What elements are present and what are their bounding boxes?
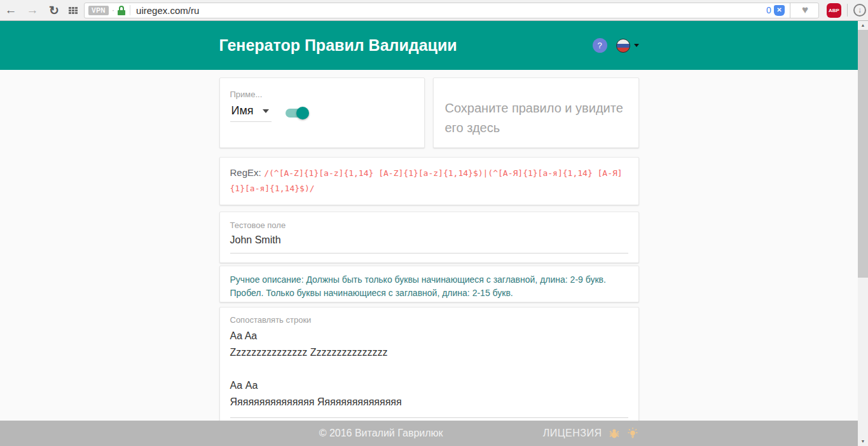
russian-flag-icon — [616, 39, 630, 53]
input-underline — [230, 253, 628, 253]
url-divider — [130, 5, 130, 15]
select-caret-icon — [263, 109, 269, 113]
help-button[interactable]: ? — [593, 38, 607, 53]
scrollbar-thumb[interactable] — [858, 30, 868, 278]
regex-card: RegEx: /(^[A-Z]{1}[a-z]{1,14} [A-Z]{1}[a… — [219, 157, 639, 205]
scroll-down-icon[interactable]: ▼ — [858, 437, 868, 446]
example-card: Приме... Имя — [219, 78, 425, 148]
shield-extension-icon[interactable]: ✕ — [774, 5, 785, 16]
bookmark-heart-icon[interactable]: ♥ — [796, 4, 815, 17]
match-line: Аа Аа — [230, 377, 628, 394]
toolbar-divider — [847, 4, 848, 17]
download-icon[interactable]: ↓ — [853, 4, 866, 17]
example-select-value: Имя — [231, 104, 254, 118]
saved-rules-card: Сохраните правило и увидите его здесь — [433, 78, 639, 148]
page-scrollbar[interactable]: ▲ ▼ — [858, 21, 868, 446]
address-bar[interactable]: VPN · uiregex.com/ru 0 ✕ ♥ — [84, 3, 819, 18]
license-link[interactable]: ЛИЦЕНЗИЯ — [543, 428, 602, 439]
vpn-badge[interactable]: VPN — [88, 6, 109, 15]
main-content: Приме... Имя Сохраните правило и увидите… — [219, 78, 639, 446]
refresh-icon[interactable]: ↻ — [43, 3, 65, 18]
example-toggle[interactable] — [286, 107, 309, 119]
forward-icon[interactable]: → — [22, 3, 43, 17]
back-icon[interactable]: ← — [0, 3, 22, 17]
lightbulb-icon[interactable] — [626, 427, 639, 440]
test-field-input[interactable]: John Smith — [230, 234, 628, 246]
example-select[interactable]: Имя — [230, 104, 272, 122]
regex-label: RegEx: — [230, 167, 261, 178]
language-selector[interactable] — [616, 39, 639, 53]
example-label: Приме... — [230, 90, 414, 99]
test-field-label: Тестовое поле — [230, 220, 628, 230]
scroll-up-icon[interactable]: ▲ — [858, 21, 868, 30]
adblock-plus-icon[interactable]: ABP — [827, 3, 841, 18]
separator-dot: · — [112, 6, 114, 15]
match-line: Яяяяяяяяяяяяяяя Яяяяяяяяяяяяяяя — [230, 394, 628, 410]
manual-description: Ручное описание: Должны быть только букв… — [230, 273, 628, 300]
description-card: Ручное описание: Должны быть только букв… — [219, 266, 639, 302]
bug-icon[interactable] — [608, 427, 621, 440]
app-header: Генератор Правил Валидации ? — [0, 21, 858, 70]
match-line: Aa Aa — [230, 328, 628, 344]
page-body: Генератор Правил Валидации ? Приме... Им… — [0, 21, 858, 446]
secure-lock-icon[interactable] — [118, 6, 125, 15]
match-line — [230, 361, 628, 377]
chevron-down-icon — [634, 44, 639, 47]
textarea-underline — [230, 417, 628, 418]
page-title: Генератор Правил Валидации — [219, 36, 593, 55]
browser-toolbar: ← → ↻ VPN · uiregex.com/ru 0 ✕ ♥ ABP ↓ — [0, 0, 868, 21]
url-text[interactable]: uiregex.com/ru — [136, 5, 766, 16]
match-strings-label: Сопоставлять строки — [230, 315, 628, 325]
match-strings-textarea[interactable]: Aa Aa Zzzzzzzzzzzzzzz Zzzzzzzzzzzzzzz Аа… — [230, 328, 628, 410]
extension-counter: 0 — [766, 5, 771, 15]
regex-value: /(^[A-Z]{1}[a-z]{1,14} [A-Z]{1}[a-z]{1,1… — [230, 168, 623, 193]
footer: © 2016 Виталий Гаврилюк ЛИЦЕНЗИЯ — [0, 421, 858, 446]
match-line: Zzzzzzzzzzzzzzz Zzzzzzzzzzzzzzz — [230, 344, 628, 361]
saved-rules-placeholder: Сохраните правило и увидите его здесь — [445, 98, 627, 138]
addressbar-divider — [790, 3, 790, 18]
copyright-text: © 2016 Виталий Гаврилюк — [219, 428, 543, 439]
apps-grid-icon[interactable] — [69, 7, 78, 14]
test-field-card: Тестовое поле John Smith — [219, 212, 639, 263]
